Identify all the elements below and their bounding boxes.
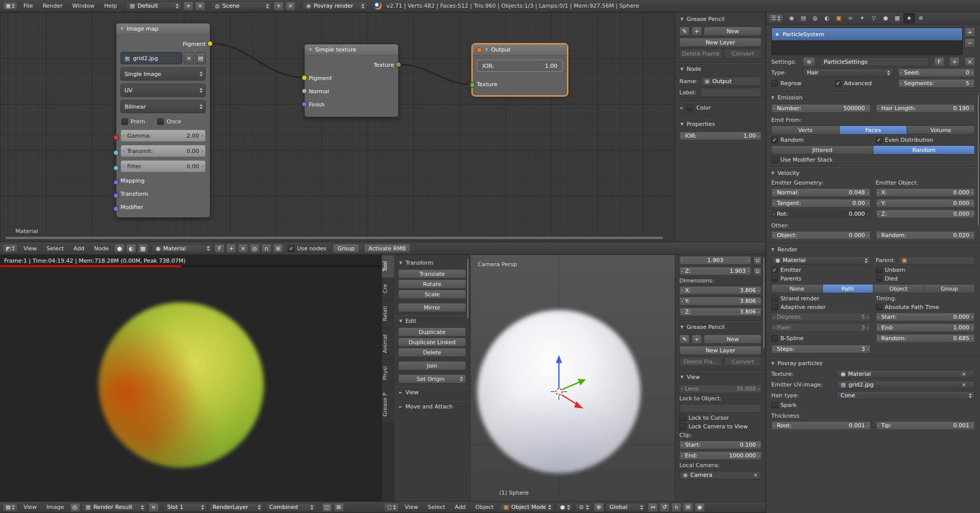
render-group-button[interactable]: Group bbox=[924, 284, 975, 293]
delete-frame-button[interactable]: Delete Fra... bbox=[679, 357, 722, 366]
duplicate-linked-button[interactable]: Duplicate Linked bbox=[398, 338, 466, 347]
menu-image[interactable]: Image bbox=[42, 502, 68, 512]
new-gp-button[interactable]: New bbox=[704, 335, 762, 344]
regrow-checkbox[interactable]: Regrow bbox=[771, 80, 830, 87]
parent-field[interactable]: ▣ bbox=[898, 256, 975, 265]
tab-particles[interactable]: ∗ bbox=[903, 13, 915, 23]
delete-frame-button[interactable]: Delete Frame bbox=[679, 49, 722, 58]
random-order-checkbox[interactable]: ✓Random bbox=[771, 137, 871, 143]
delete-scene-button[interactable]: × bbox=[285, 2, 296, 11]
local-camera-field[interactable]: ◉ Camera × bbox=[679, 471, 762, 479]
grease-pencil-panel-header[interactable]: ▼Grease Pencil bbox=[675, 13, 766, 24]
tab-animation[interactable]: Animat bbox=[382, 328, 394, 360]
delete-layout-button[interactable]: × bbox=[195, 2, 205, 11]
draw-pencil-button[interactable]: ✎ bbox=[679, 335, 690, 344]
clip-end-field[interactable]: End:1000.000 bbox=[679, 451, 762, 460]
adaptive-render-checkbox[interactable]: Adaptive render bbox=[771, 304, 871, 311]
menu-view[interactable]: View bbox=[19, 502, 41, 512]
use-modifier-stack-checkbox[interactable]: Use Modifier Stack bbox=[771, 157, 832, 163]
slot-dropdown[interactable]: Slot 1 bbox=[163, 503, 207, 511]
node-editor-canvas[interactable]: ▼ Image map Pigment ▦ grid2.jpg × ▤ Sing… bbox=[0, 12, 675, 242]
ior-field[interactable]: IOR: 1.00 bbox=[477, 60, 563, 72]
render-path-button[interactable]: Path bbox=[823, 284, 874, 293]
add-pencil-data-button[interactable]: + bbox=[692, 27, 702, 36]
view-panel-header[interactable]: ►View bbox=[394, 387, 470, 398]
render-object-button[interactable]: Object bbox=[873, 284, 924, 293]
tab-physics[interactable]: Physi bbox=[382, 360, 394, 387]
povray-particles-panel-header[interactable]: ▼Povray particles bbox=[766, 357, 980, 369]
menu-select[interactable]: Select bbox=[424, 502, 449, 512]
shader-type-world-icon[interactable]: ◐ bbox=[126, 244, 136, 253]
editor-type-image[interactable]: ▦ bbox=[3, 503, 18, 512]
velocity-tangent-field[interactable]: Tangent:0.00 bbox=[771, 199, 871, 208]
render-panel-header[interactable]: ▼Render bbox=[766, 244, 980, 255]
render-layer-dropdown[interactable]: RenderLayer bbox=[209, 503, 264, 511]
menu-window[interactable]: Window bbox=[68, 0, 99, 12]
tab-grease-pencil[interactable]: Grease P bbox=[382, 387, 394, 423]
velocity-normal-field[interactable]: Normal:0.048 bbox=[771, 188, 871, 197]
snap-element-icon[interactable]: ⊞ bbox=[683, 503, 693, 512]
transform-input-socket[interactable] bbox=[113, 193, 119, 198]
lock-camera-checkbox[interactable]: Lock Camera to View bbox=[679, 423, 748, 430]
render-material-dropdown[interactable]: ●Material bbox=[771, 256, 871, 265]
join-button[interactable]: Join bbox=[398, 361, 466, 370]
sidebar-ior-field[interactable]: IOR:1.00 bbox=[679, 132, 762, 140]
filter-field[interactable]: Filter:0.00 bbox=[120, 160, 206, 172]
tab-render[interactable]: ◉ bbox=[786, 13, 797, 23]
viewport-3d[interactable]: z Camera Persp (1) Sphere Tool Cre Relat… bbox=[381, 255, 675, 501]
menu-select[interactable]: Select bbox=[42, 242, 68, 254]
properties-panel-header[interactable]: ▼Properties bbox=[675, 118, 766, 130]
orientation-dropdown[interactable]: Global bbox=[605, 503, 646, 511]
add-layout-button[interactable]: + bbox=[183, 2, 193, 11]
tab-physics[interactable]: ⊕ bbox=[915, 13, 926, 23]
hair-type-dropdown[interactable]: Cone bbox=[837, 391, 975, 400]
unlink-uv-image-icon[interactable]: × bbox=[962, 381, 966, 388]
hair-length-field[interactable]: Hair Length:0.190 bbox=[876, 104, 975, 113]
editor-type-properties[interactable]: ☰ bbox=[768, 14, 783, 23]
menu-view[interactable]: View bbox=[401, 502, 422, 512]
unlink-texture-icon[interactable]: × bbox=[962, 371, 966, 377]
emitter-checkbox[interactable]: ✓Emitter bbox=[771, 267, 871, 273]
render-pass-dropdown[interactable]: Combined bbox=[265, 503, 316, 511]
velocity-y-field[interactable]: Y:0.000 bbox=[876, 199, 975, 208]
node-header[interactable]: ▼ Simple texture bbox=[305, 44, 398, 56]
use-nodes-checkbox[interactable]: ✓Use nodes bbox=[288, 245, 326, 252]
unlink-camera-icon[interactable]: × bbox=[753, 472, 758, 478]
transform-panel-header[interactable]: ▼Transform bbox=[394, 257, 470, 268]
tab-relations[interactable]: Relati bbox=[382, 300, 394, 328]
mapping-dropdown[interactable]: UV bbox=[120, 84, 206, 97]
emit-from-verts-button[interactable]: Verts bbox=[771, 125, 840, 135]
povray-texture-dropdown[interactable]: ● Material × bbox=[837, 370, 975, 378]
render-none-button[interactable]: None bbox=[771, 284, 823, 293]
pivot-dropdown[interactable]: ⊙ bbox=[575, 503, 592, 511]
unlink-image-button[interactable]: × bbox=[184, 52, 194, 64]
image-datablock-dropdown[interactable]: ▦ Render Result bbox=[82, 503, 147, 511]
bspline-checkbox[interactable]: B-Spline bbox=[771, 335, 871, 342]
tab-modifiers[interactable]: ✦ bbox=[856, 13, 868, 23]
shader-type-material-icon[interactable]: ● bbox=[114, 244, 125, 253]
jittered-button[interactable]: Jittered bbox=[771, 145, 873, 155]
spark-checkbox[interactable]: Spark bbox=[771, 402, 797, 408]
unlink-image-button[interactable]: × bbox=[149, 503, 159, 512]
material-datablock-dropdown[interactable]: ● Material bbox=[152, 244, 213, 253]
thickness-root-field[interactable]: Root:0.001 bbox=[771, 421, 871, 430]
open-image-button[interactable]: ▤ bbox=[195, 52, 206, 64]
dimension-y-field[interactable]: Y:3.806 bbox=[679, 297, 762, 305]
velocity-panel-header[interactable]: ▼Velocity bbox=[766, 167, 980, 178]
manipulator-toggle-icon[interactable]: ⊕ bbox=[594, 503, 604, 512]
collapse-icon[interactable]: ▼ bbox=[485, 47, 488, 52]
velocity-z-field[interactable]: Z:0.000 bbox=[876, 210, 975, 218]
tab-scene[interactable]: ◍ bbox=[810, 13, 821, 23]
editor-type-node[interactable]: ◩ bbox=[3, 244, 18, 253]
snap-magnet-icon[interactable]: ∩ bbox=[261, 244, 272, 253]
node-panel-header[interactable]: ▼Node bbox=[675, 63, 766, 74]
translate-button[interactable]: Translate bbox=[398, 269, 466, 278]
tab-object-data[interactable]: ▽ bbox=[868, 13, 879, 23]
particle-system-list[interactable]: ∗ ParticleSystem bbox=[771, 28, 963, 55]
tab-world[interactable]: ◐ bbox=[821, 13, 832, 23]
particle-system-list-item[interactable]: ∗ ParticleSystem bbox=[772, 28, 962, 40]
lock-to-cursor-checkbox[interactable]: Lock to Cursor bbox=[679, 415, 729, 421]
emit-from-faces-button[interactable]: Faces bbox=[840, 125, 908, 135]
collapse-icon[interactable]: ▼ bbox=[309, 47, 312, 52]
new-layer-button[interactable]: New Layer bbox=[679, 38, 762, 47]
